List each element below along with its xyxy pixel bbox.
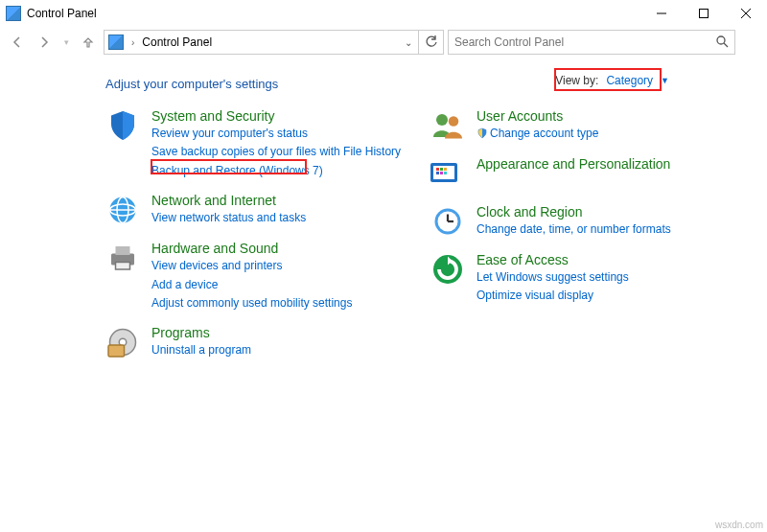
svg-rect-11 <box>116 246 130 255</box>
category-system-security: System and Security Review your computer… <box>105 108 404 179</box>
category-title[interactable]: Appearance and Personalization <box>476 156 670 172</box>
svg-rect-1 <box>700 10 709 18</box>
search-icon[interactable] <box>715 35 729 51</box>
content-area: Adjust your computer's settings System a… <box>0 58 767 369</box>
link-mobility-settings[interactable]: Adjust commonly used mobility settings <box>151 295 352 312</box>
svg-line-5 <box>724 43 728 47</box>
svg-point-17 <box>449 116 459 127</box>
link-backup-restore[interactable]: Backup and Restore (Windows 7) <box>151 163 401 179</box>
category-clock-region: Clock and Region Change date, time, or n… <box>430 204 729 239</box>
link-optimize-display[interactable]: Optimize visual display <box>476 288 629 304</box>
title-bar: Control Panel <box>0 0 767 27</box>
category-title[interactable]: Clock and Region <box>476 204 671 220</box>
category-ease-of-access: Ease of Access Let Windows suggest setti… <box>430 252 729 305</box>
search-input[interactable] <box>454 35 709 49</box>
recent-locations-button[interactable]: ▾ <box>59 31 73 54</box>
svg-rect-23 <box>436 172 439 174</box>
link-change-account-type[interactable]: Change account type <box>476 126 598 142</box>
link-file-history[interactable]: Save backup copies of your files with Fi… <box>151 144 401 160</box>
attribution-text: wsxdn.com <box>715 520 763 530</box>
app-icon <box>6 6 21 21</box>
globe-icon <box>105 193 140 227</box>
view-by-value[interactable]: Category <box>606 74 653 87</box>
refresh-button[interactable] <box>419 30 444 55</box>
view-by-label: View by: <box>555 74 598 87</box>
svg-rect-24 <box>440 172 443 174</box>
category-programs: Programs Uninstall a program <box>105 325 404 359</box>
svg-rect-22 <box>444 168 447 171</box>
nav-bar: ▾ › Control Panel ⌄ <box>0 27 767 58</box>
control-panel-icon <box>108 35 124 50</box>
printer-icon <box>105 241 140 275</box>
chevron-down-icon[interactable]: ⌄ <box>399 37 418 48</box>
window-title: Control Panel <box>27 7 640 20</box>
left-column: System and Security Review your computer… <box>105 108 404 359</box>
link-uninstall-program[interactable]: Uninstall a program <box>151 342 251 359</box>
disc-icon <box>105 325 140 359</box>
category-title[interactable]: System and Security <box>151 108 401 124</box>
link-windows-suggest[interactable]: Let Windows suggest settings <box>476 269 629 286</box>
svg-point-16 <box>436 114 448 126</box>
svg-rect-20 <box>436 168 439 171</box>
chevron-down-icon: ▼ <box>661 76 669 85</box>
svg-rect-12 <box>116 263 130 270</box>
breadcrumb-control-panel[interactable]: Control Panel <box>138 35 216 49</box>
window-buttons <box>640 0 767 27</box>
category-title[interactable]: Hardware and Sound <box>151 241 352 256</box>
category-hardware-sound: Hardware and Sound View devices and prin… <box>105 241 404 312</box>
close-button[interactable] <box>725 0 767 27</box>
minimize-button[interactable] <box>640 0 683 27</box>
link-network-status[interactable]: View network status and tasks <box>151 210 306 226</box>
category-title[interactable]: Network and Internet <box>151 193 306 208</box>
link-change-date-formats[interactable]: Change date, time, or number formats <box>476 221 671 238</box>
back-button[interactable] <box>6 31 29 54</box>
svg-rect-21 <box>440 168 443 171</box>
search-box[interactable] <box>448 30 735 55</box>
address-bar[interactable]: › Control Panel ⌄ <box>104 30 419 55</box>
right-column: User Accounts Change account type Appear… <box>430 108 729 359</box>
chevron-right-icon[interactable]: › <box>128 37 138 48</box>
category-title[interactable]: Ease of Access <box>476 252 629 267</box>
link-view-devices[interactable]: View devices and printers <box>151 258 352 274</box>
clock-icon <box>430 204 465 239</box>
category-user-accounts: User Accounts Change account type <box>430 108 729 143</box>
up-button[interactable] <box>77 31 100 54</box>
category-appearance-personalization: Appearance and Personalization <box>430 156 729 191</box>
category-title[interactable]: Programs <box>151 325 251 340</box>
svg-rect-25 <box>444 172 447 174</box>
ease-of-access-icon <box>430 252 465 287</box>
link-review-status[interactable]: Review your computer's status <box>151 126 401 142</box>
maximize-button[interactable] <box>683 0 725 27</box>
category-title[interactable]: User Accounts <box>476 108 598 124</box>
svg-point-4 <box>717 36 725 44</box>
link-add-device[interactable]: Add a device <box>151 277 352 293</box>
personalization-icon <box>430 156 465 191</box>
forward-button[interactable] <box>33 31 56 54</box>
users-icon <box>430 108 465 143</box>
view-by-control[interactable]: View by: Category ▼ <box>549 71 675 90</box>
shield-icon <box>105 108 140 143</box>
svg-rect-15 <box>108 345 125 357</box>
category-network-internet: Network and Internet View network status… <box>105 193 404 227</box>
